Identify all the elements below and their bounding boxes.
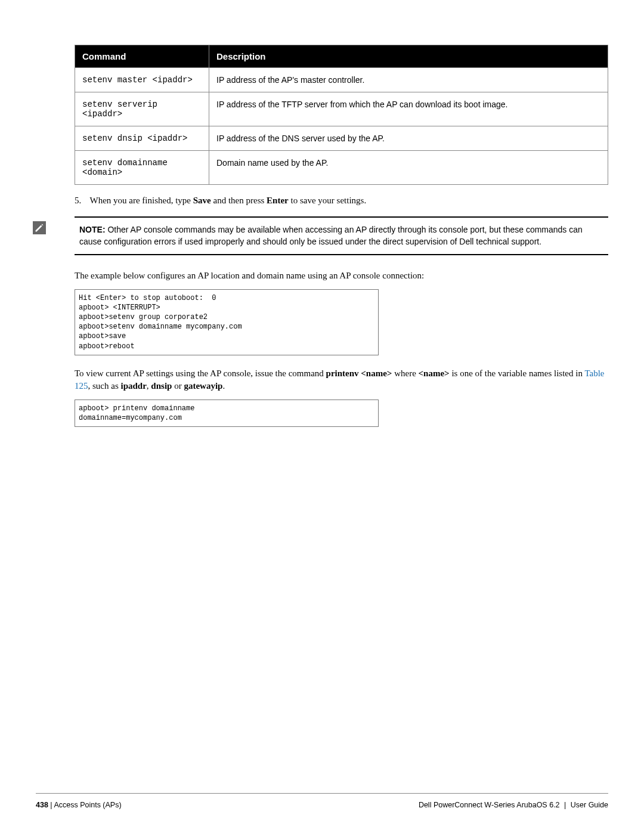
page-footer: 438 | Access Points (APs) Dell PowerConn… <box>36 793 608 809</box>
table-row: setenv serverip <ipaddr> IP address of t… <box>75 92 608 126</box>
footer-doc: User Guide <box>571 801 608 809</box>
step-5: 5. When you are finished, type Save and … <box>75 196 608 206</box>
paragraph-example-intro: The example below configures an AP locat… <box>75 270 608 282</box>
cmd-cell: setenv domainname <domain> <box>75 151 209 185</box>
step-text-mid: and then press <box>211 196 267 205</box>
th-command: Command <box>75 45 209 68</box>
p2-end: . <box>222 381 225 391</box>
command-table: Command Description setenv master <ipadd… <box>75 45 608 185</box>
step-number: 5. <box>75 196 88 206</box>
desc-cell: Domain name used by the AP. <box>209 151 608 185</box>
p2-cmd2: <name> <box>419 368 450 378</box>
note-label: NOTE: <box>79 225 106 234</box>
table-row: setenv domainname <domain> Domain name u… <box>75 151 608 185</box>
table-row: setenv dnsip <ipaddr> IP address of the … <box>75 126 608 151</box>
p2-pre: To view current AP settings using the AP… <box>75 368 326 378</box>
footer-section: Access Points (APs) <box>54 801 121 809</box>
step-save: Save <box>193 196 211 205</box>
p2-mid1: where <box>392 368 418 378</box>
p2-mid2: is one of the variable names listed in <box>450 368 585 378</box>
cmd-cell: setenv dnsip <ipaddr> <box>75 126 209 151</box>
desc-cell: IP address of the TFTP server from which… <box>209 92 608 126</box>
footer-sep-right: | <box>562 801 568 809</box>
note-body: Other AP console commands may be availab… <box>79 225 583 246</box>
footer-left: 438 | Access Points (APs) <box>36 801 122 809</box>
p2-v1: ipaddr <box>121 381 147 391</box>
code-block-2: apboot> printenv domainname domainname=m… <box>75 400 379 427</box>
p2-cmd1: printenv <name> <box>326 368 392 378</box>
desc-cell: IP address of the DNS server used by the… <box>209 126 608 151</box>
note-text: NOTE: Other AP console commands may be a… <box>75 222 608 249</box>
desc-cell: IP address of the AP's master controller… <box>209 68 608 92</box>
paragraph-printenv: To view current AP settings using the AP… <box>75 367 608 392</box>
cmd-cell: setenv master <ipaddr> <box>75 68 209 92</box>
note-block: NOTE: Other AP console commands may be a… <box>75 216 608 255</box>
footer-right: Dell PowerConnect W-Series ArubaOS 6.2 |… <box>419 801 608 809</box>
pencil-icon <box>33 221 46 234</box>
p2-v2: dnsip <box>151 381 172 391</box>
step-enter: Enter <box>267 196 289 205</box>
table-row: setenv master <ipaddr> IP address of the… <box>75 68 608 92</box>
p2-c2: or <box>172 381 184 391</box>
p2-v3: gatewayip <box>184 381 222 391</box>
cmd-cell: setenv serverip <ipaddr> <box>75 92 209 126</box>
code-block-1: Hit <Enter> to stop autoboot: 0 apboot> … <box>75 289 379 355</box>
footer-product: Dell PowerConnect W-Series ArubaOS 6.2 <box>419 801 560 809</box>
step-text-post: to save your settings. <box>289 196 366 205</box>
footer-sep-left: | <box>48 801 54 809</box>
page-number: 438 <box>36 801 48 809</box>
th-description: Description <box>209 45 608 68</box>
step-text-pre: When you are finished, type <box>89 196 193 205</box>
p2-post1: , such as <box>88 381 121 391</box>
